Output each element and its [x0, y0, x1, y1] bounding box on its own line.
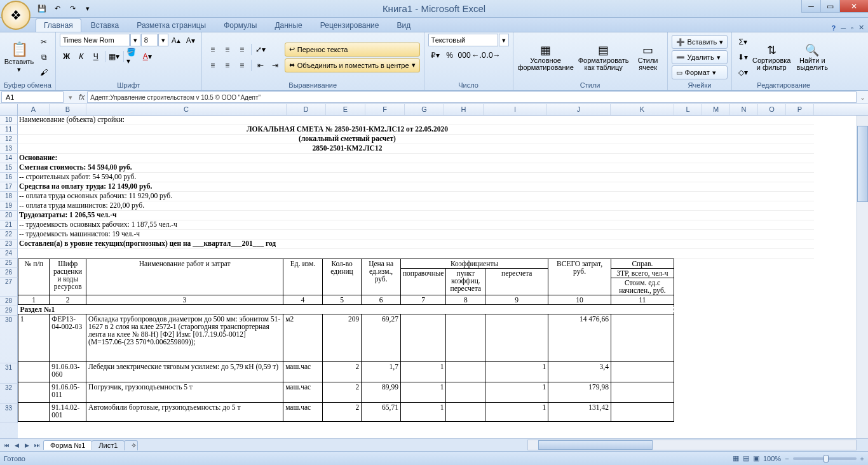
zoom-value[interactable]: 100% [763, 455, 781, 462]
font-color-icon[interactable]: A▾ [140, 50, 154, 64]
row-header[interactable]: 33 [0, 404, 18, 423]
row-header[interactable]: 23 [0, 239, 18, 249]
row-header[interactable]: 10 [0, 116, 18, 125]
zoom-slider[interactable] [793, 457, 857, 460]
row-header[interactable]: 21 [0, 220, 18, 230]
office-button[interactable]: ❖ [1, 1, 31, 30]
number-format-select[interactable]: Текстовый [428, 34, 498, 46]
help-icon[interactable]: ? [832, 24, 836, 32]
view-layout-icon[interactable]: ▤ [743, 454, 749, 462]
vertical-scrollbar[interactable] [857, 116, 868, 438]
col-header-M[interactable]: M [702, 104, 730, 115]
col-header-F[interactable]: F [365, 104, 405, 115]
view-normal-icon[interactable]: ▦ [733, 454, 739, 462]
row-header[interactable]: 24 [0, 249, 18, 259]
font-name-select[interactable]: Times New Rom [60, 34, 130, 46]
row-header[interactable]: 22 [0, 230, 18, 239]
italic-button[interactable]: К [74, 50, 88, 64]
col-header-N[interactable]: N [730, 104, 758, 115]
conditional-formatting-button[interactable]: ▦Условное форматирование [517, 36, 574, 78]
borders-icon[interactable]: ▦▾ [107, 50, 121, 64]
formula-expand-icon[interactable]: ⌄ [857, 93, 868, 102]
row-header[interactable]: 25 [0, 259, 18, 268]
minimize-button[interactable]: ─ [801, 0, 820, 13]
col-header-P[interactable]: P [786, 104, 814, 115]
tab-home[interactable]: Главная [36, 18, 81, 32]
worksheet-tab-active[interactable]: Форма №1 [43, 440, 92, 450]
delete-cells-button[interactable]: ➖Удалить▾ [672, 50, 728, 64]
row-header[interactable]: 13 [0, 144, 18, 154]
align-bottom-icon[interactable]: ≡ [235, 43, 249, 57]
hscroll-thumb[interactable] [538, 440, 653, 450]
close-button[interactable]: ✕ [839, 0, 868, 13]
grow-font-icon[interactable]: A▴ [169, 34, 183, 48]
col-header-C[interactable]: C [86, 104, 287, 115]
insert-cells-button[interactable]: ➕Вставить▾ [672, 35, 728, 49]
cell-styles-button[interactable]: ▭Стили ячеек [633, 36, 663, 78]
align-top-icon[interactable]: ≡ [206, 43, 220, 57]
worksheet-tab-other[interactable]: Лист1 [92, 440, 125, 450]
ribbon-minimize-icon[interactable]: ─ [841, 24, 846, 32]
zoom-thumb[interactable] [824, 455, 829, 462]
format-cells-button[interactable]: ▭Формат▾ [672, 65, 728, 79]
view-pagebreak-icon[interactable]: ▣ [753, 454, 759, 462]
fill-icon[interactable]: ⬇▾ [736, 50, 750, 64]
row-header[interactable]: 32 [0, 384, 18, 404]
col-header-H[interactable]: H [444, 104, 484, 115]
doc-close-icon[interactable]: ✕ [858, 24, 864, 32]
ws-prev-icon[interactable]: ◀ [11, 440, 22, 450]
cut-icon[interactable]: ✂ [37, 35, 51, 49]
tab-formulas[interactable]: Формулы [215, 18, 265, 32]
merge-center-button[interactable]: ⬌Объединить и поместить в центре▾ [285, 58, 420, 72]
row-header[interactable]: 20 [0, 211, 18, 220]
undo-icon[interactable]: ↶ [51, 3, 64, 15]
row-header[interactable]: 17 [0, 182, 18, 192]
row-header[interactable]: 26 [0, 268, 18, 278]
ws-next-icon[interactable]: ▶ [22, 440, 32, 450]
shrink-font-icon[interactable]: A▾ [184, 34, 198, 48]
row-header[interactable]: 15 [0, 163, 18, 173]
row-header[interactable]: 30 [0, 316, 18, 363]
increase-decimal-icon[interactable]: ←.0 [472, 48, 486, 62]
font-size-select[interactable]: 8 [141, 34, 158, 46]
row-header[interactable]: 18 [0, 192, 18, 201]
ws-last-icon[interactable]: ⏭ [32, 440, 42, 450]
font-size-dropdown[interactable]: ▾ [158, 34, 168, 46]
name-box-dropdown[interactable]: ▾ [65, 93, 76, 102]
name-box[interactable]: A1 [1, 91, 64, 103]
tab-insert[interactable]: Вставка [83, 18, 128, 32]
number-format-dropdown[interactable]: ▾ [499, 34, 509, 46]
qat-customize-icon[interactable]: ▾ [81, 3, 94, 15]
row-header[interactable]: 28 [0, 297, 18, 306]
col-header-A[interactable]: A [18, 104, 50, 115]
formula-input[interactable]: Адепт:Управление строительством v 10.5 ©… [87, 91, 857, 103]
save-icon[interactable]: 💾 [36, 3, 48, 15]
orientation-icon[interactable]: ⤢▾ [254, 43, 268, 57]
accounting-icon[interactable]: ₽▾ [428, 48, 442, 62]
select-all-corner[interactable] [0, 104, 18, 115]
tab-pagelayout[interactable]: Разметка страницы [128, 18, 214, 32]
decrease-indent-icon[interactable]: ⇤ [254, 58, 268, 72]
underline-button[interactable]: Ч [89, 50, 103, 64]
fx-icon[interactable]: fx [76, 93, 87, 102]
tab-data[interactable]: Данные [266, 18, 310, 32]
align-middle-icon[interactable]: ≡ [220, 43, 234, 57]
col-header-G[interactable]: G [405, 104, 444, 115]
doc-restore-icon[interactable]: ▫ [851, 24, 853, 32]
cells-area[interactable]: Наименование (объекта) стройки:ЛОКАЛЬНАЯ… [18, 116, 857, 438]
format-as-table-button[interactable]: ▤Форматировать как таблицу [577, 36, 630, 78]
row-header[interactable]: 19 [0, 201, 18, 211]
bold-button[interactable]: Ж [60, 50, 74, 64]
autosum-icon[interactable]: Σ▾ [736, 35, 750, 49]
paste-button[interactable]: 📋 Вставить ▾ [4, 36, 34, 78]
col-header-I[interactable]: I [484, 104, 547, 115]
find-select-button[interactable]: 🔍Найти и выделить [793, 36, 831, 78]
tab-view[interactable]: Вид [388, 18, 419, 32]
wrap-text-button[interactable]: ↩Перенос текста [285, 43, 420, 57]
col-header-E[interactable]: E [326, 104, 365, 115]
copy-icon[interactable]: ⧉ [37, 50, 51, 64]
comma-icon[interactable]: 000 [458, 48, 471, 62]
zoom-out-icon[interactable]: − [785, 455, 789, 462]
row-header[interactable]: 29 [0, 306, 18, 316]
col-header-J[interactable]: J [547, 104, 611, 115]
